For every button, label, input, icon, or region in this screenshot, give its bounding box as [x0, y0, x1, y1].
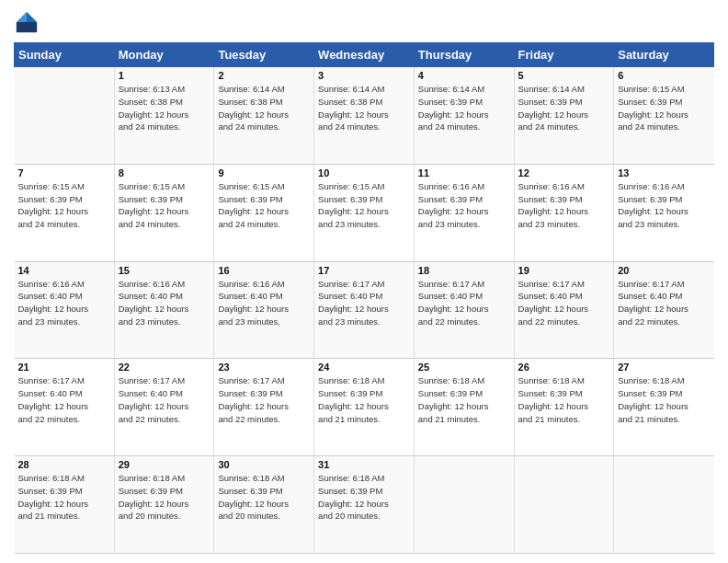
calendar-cell: 11Sunrise: 6:16 AM Sunset: 6:39 PM Dayli…	[414, 164, 514, 261]
logo-icon	[14, 9, 40, 35]
day-info: Sunrise: 6:16 AM Sunset: 6:40 PM Dayligh…	[119, 278, 210, 328]
day-number: 30	[218, 459, 310, 470]
day-number: 15	[119, 265, 210, 276]
weekday-header: Thursday	[414, 43, 514, 67]
day-number: 28	[18, 459, 110, 470]
day-info: Sunrise: 6:17 AM Sunset: 6:40 PM Dayligh…	[18, 374, 110, 425]
calendar-cell: 21Sunrise: 6:17 AM Sunset: 6:40 PM Dayli…	[15, 359, 115, 456]
calendar-cell: 6Sunrise: 6:15 AM Sunset: 6:39 PM Daylig…	[614, 67, 714, 165]
calendar-week-row: 21Sunrise: 6:17 AM Sunset: 6:40 PM Dayli…	[15, 359, 714, 456]
calendar-cell: 29Sunrise: 6:18 AM Sunset: 6:39 PM Dayli…	[114, 456, 214, 554]
calendar-cell: 17Sunrise: 6:17 AM Sunset: 6:40 PM Dayli…	[314, 261, 415, 359]
svg-marker-0	[27, 12, 37, 22]
weekday-row: SundayMondayTuesdayWednesdayThursdayFrid…	[15, 43, 714, 67]
logo	[14, 9, 43, 35]
calendar-cell: 12Sunrise: 6:16 AM Sunset: 6:39 PM Dayli…	[514, 164, 614, 261]
calendar-cell: 18Sunrise: 6:17 AM Sunset: 6:40 PM Dayli…	[414, 261, 514, 359]
weekday-header: Monday	[114, 43, 214, 67]
day-info: Sunrise: 6:15 AM Sunset: 6:39 PM Dayligh…	[119, 180, 210, 231]
day-number: 14	[18, 265, 110, 276]
day-number: 23	[218, 362, 310, 373]
calendar-cell: 19Sunrise: 6:17 AM Sunset: 6:40 PM Dayli…	[514, 261, 614, 359]
day-info: Sunrise: 6:18 AM Sunset: 6:39 PM Dayligh…	[618, 374, 710, 425]
day-number: 11	[418, 167, 510, 178]
day-info: Sunrise: 6:18 AM Sunset: 6:39 PM Dayligh…	[218, 472, 310, 523]
calendar-cell: 3Sunrise: 6:14 AM Sunset: 6:38 PM Daylig…	[314, 67, 415, 165]
day-number: 7	[18, 167, 110, 178]
calendar-cell: 28Sunrise: 6:18 AM Sunset: 6:39 PM Dayli…	[15, 456, 115, 554]
calendar-week-row: 1Sunrise: 6:13 AM Sunset: 6:38 PM Daylig…	[15, 67, 714, 165]
day-number: 8	[119, 167, 210, 178]
calendar-cell: 16Sunrise: 6:16 AM Sunset: 6:40 PM Dayli…	[214, 261, 314, 359]
weekday-header: Tuesday	[214, 43, 314, 67]
day-number: 12	[518, 167, 610, 178]
day-number: 3	[318, 70, 410, 81]
day-info: Sunrise: 6:13 AM Sunset: 6:38 PM Dayligh…	[119, 83, 210, 133]
day-number: 2	[218, 70, 310, 81]
weekday-header: Sunday	[15, 43, 115, 67]
calendar-cell: 13Sunrise: 6:16 AM Sunset: 6:39 PM Dayli…	[614, 164, 714, 261]
page: SundayMondayTuesdayWednesdayThursdayFrid…	[0, 0, 728, 563]
day-number: 17	[318, 265, 410, 276]
calendar-week-row: 28Sunrise: 6:18 AM Sunset: 6:39 PM Dayli…	[15, 456, 714, 554]
day-number: 1	[119, 70, 210, 81]
day-number: 9	[218, 167, 310, 178]
day-number: 13	[618, 167, 710, 178]
calendar-cell: 27Sunrise: 6:18 AM Sunset: 6:39 PM Dayli…	[614, 359, 714, 456]
day-info: Sunrise: 6:14 AM Sunset: 6:38 PM Dayligh…	[318, 83, 410, 133]
day-info: Sunrise: 6:16 AM Sunset: 6:39 PM Dayligh…	[618, 180, 710, 231]
day-number: 21	[18, 362, 110, 373]
calendar-cell: 20Sunrise: 6:17 AM Sunset: 6:40 PM Dayli…	[614, 261, 714, 359]
day-info: Sunrise: 6:17 AM Sunset: 6:39 PM Dayligh…	[218, 374, 310, 425]
calendar-cell: 30Sunrise: 6:18 AM Sunset: 6:39 PM Dayli…	[214, 456, 314, 554]
day-info: Sunrise: 6:14 AM Sunset: 6:38 PM Dayligh…	[218, 83, 310, 133]
day-number: 27	[618, 362, 710, 373]
day-info: Sunrise: 6:17 AM Sunset: 6:40 PM Dayligh…	[418, 278, 510, 328]
calendar-cell	[414, 456, 514, 554]
day-number: 25	[418, 362, 510, 373]
calendar-cell: 25Sunrise: 6:18 AM Sunset: 6:39 PM Dayli…	[414, 359, 514, 456]
calendar-cell: 2Sunrise: 6:14 AM Sunset: 6:38 PM Daylig…	[214, 67, 314, 165]
calendar-cell: 24Sunrise: 6:18 AM Sunset: 6:39 PM Dayli…	[314, 359, 415, 456]
day-number: 20	[618, 265, 710, 276]
day-info: Sunrise: 6:18 AM Sunset: 6:39 PM Dayligh…	[318, 374, 410, 425]
day-info: Sunrise: 6:16 AM Sunset: 6:40 PM Dayligh…	[18, 278, 110, 328]
day-info: Sunrise: 6:17 AM Sunset: 6:40 PM Dayligh…	[119, 374, 210, 425]
calendar-body: 1Sunrise: 6:13 AM Sunset: 6:38 PM Daylig…	[15, 67, 714, 554]
day-number: 5	[518, 70, 610, 81]
calendar-cell: 8Sunrise: 6:15 AM Sunset: 6:39 PM Daylig…	[114, 164, 214, 261]
calendar-header: SundayMondayTuesdayWednesdayThursdayFrid…	[15, 43, 714, 67]
day-number: 16	[218, 265, 310, 276]
day-number: 19	[518, 265, 610, 276]
day-number: 22	[119, 362, 210, 373]
calendar-week-row: 14Sunrise: 6:16 AM Sunset: 6:40 PM Dayli…	[15, 261, 714, 359]
day-info: Sunrise: 6:16 AM Sunset: 6:39 PM Dayligh…	[418, 180, 510, 231]
calendar-cell: 22Sunrise: 6:17 AM Sunset: 6:40 PM Dayli…	[114, 359, 214, 456]
day-info: Sunrise: 6:18 AM Sunset: 6:39 PM Dayligh…	[518, 374, 610, 425]
calendar-cell: 4Sunrise: 6:14 AM Sunset: 6:39 PM Daylig…	[414, 67, 514, 165]
calendar-cell: 15Sunrise: 6:16 AM Sunset: 6:40 PM Dayli…	[114, 261, 214, 359]
svg-marker-1	[17, 12, 27, 22]
calendar-cell: 5Sunrise: 6:14 AM Sunset: 6:39 PM Daylig…	[514, 67, 614, 165]
calendar-cell	[15, 67, 115, 165]
day-info: Sunrise: 6:18 AM Sunset: 6:39 PM Dayligh…	[418, 374, 510, 425]
calendar-cell: 23Sunrise: 6:17 AM Sunset: 6:39 PM Dayli…	[214, 359, 314, 456]
day-info: Sunrise: 6:14 AM Sunset: 6:39 PM Dayligh…	[518, 83, 610, 133]
calendar-cell	[614, 456, 714, 554]
calendar-cell: 14Sunrise: 6:16 AM Sunset: 6:40 PM Dayli…	[15, 261, 115, 359]
weekday-header: Saturday	[614, 43, 714, 67]
day-info: Sunrise: 6:15 AM Sunset: 6:39 PM Dayligh…	[18, 180, 110, 231]
weekday-header: Friday	[514, 43, 614, 67]
day-number: 26	[518, 362, 610, 373]
day-info: Sunrise: 6:15 AM Sunset: 6:39 PM Dayligh…	[218, 180, 310, 231]
calendar-cell: 10Sunrise: 6:15 AM Sunset: 6:39 PM Dayli…	[314, 164, 415, 261]
day-number: 4	[418, 70, 510, 81]
day-number: 31	[318, 459, 410, 470]
day-info: Sunrise: 6:15 AM Sunset: 6:39 PM Dayligh…	[618, 83, 710, 133]
day-info: Sunrise: 6:17 AM Sunset: 6:40 PM Dayligh…	[318, 278, 410, 328]
day-number: 29	[119, 459, 210, 470]
calendar-week-row: 7Sunrise: 6:15 AM Sunset: 6:39 PM Daylig…	[15, 164, 714, 261]
calendar-cell: 31Sunrise: 6:18 AM Sunset: 6:39 PM Dayli…	[314, 456, 415, 554]
day-info: Sunrise: 6:15 AM Sunset: 6:39 PM Dayligh…	[318, 180, 410, 231]
header	[14, 9, 714, 35]
